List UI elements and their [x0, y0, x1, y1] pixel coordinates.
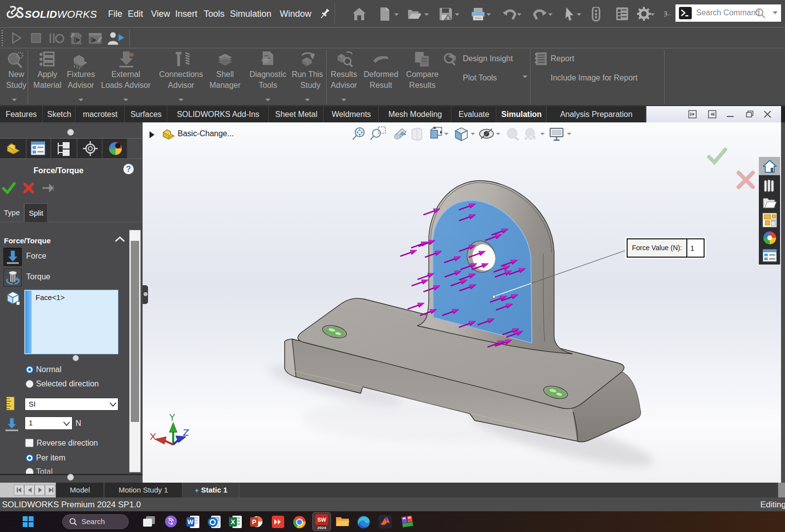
- svg-text:{▶: {▶: [90, 37, 97, 42]
- svg-text:X: X: [231, 518, 235, 526]
- svg-text:!: !: [448, 16, 449, 21]
- svg-text:{▶}: {▶}: [74, 36, 83, 43]
- svg-text:SW: SW: [317, 517, 326, 523]
- svg-text:W: W: [187, 518, 194, 526]
- svg-text:P: P: [252, 518, 257, 526]
- svg-text:2024: 2024: [317, 526, 326, 530]
